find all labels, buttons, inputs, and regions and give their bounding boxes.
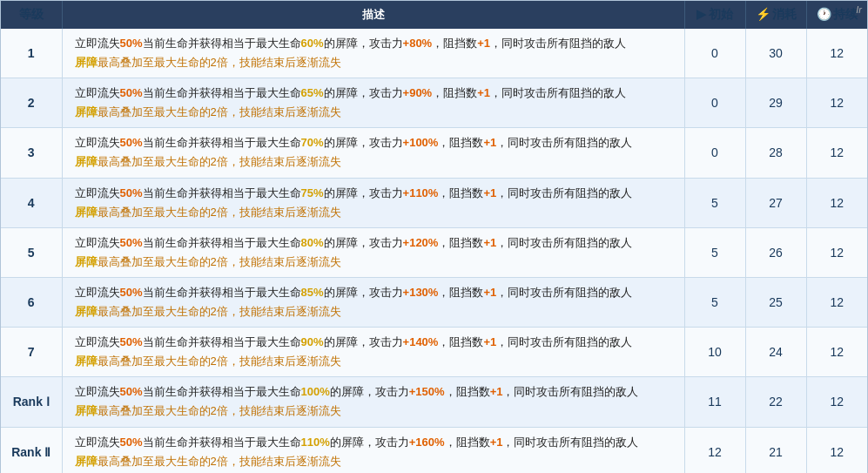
duration-label: 持续 [833,7,858,21]
val-resist: +1 [483,286,496,299]
desc-rest: ，同时攻击所有阻挡的敌人 [496,136,632,149]
pct-shield: 60% [301,37,324,50]
pct-attack: +130% [403,286,439,299]
desc-barrier: 屏障 [75,455,98,468]
desc-cap: 最高叠加至最大生命的2倍，技能结束后逐渐流失 [98,455,341,468]
cell-level: 6 [1,277,62,327]
desc-rest: ，同时攻击所有阻挡的敌人 [502,385,638,398]
desc-mid1: 当前生命并获得相当于最大生命 [143,286,301,299]
val-resist: +1 [477,86,490,99]
desc-barrier: 屏障 [75,355,98,368]
cell-consume: 27 [745,178,806,227]
desc-line2: 屏障最高叠加至最大生命的2倍，技能结束后逐渐流失 [75,402,672,421]
initial-icon: ▶ [696,7,706,21]
cell-consume: 22 [745,377,806,427]
cell-duration: 12 [806,277,867,327]
pct-attack: +160% [409,436,445,449]
val-resist: +1 [477,37,490,50]
val-resist: +1 [483,335,496,348]
cell-initial: 5 [684,227,745,277]
table-row: Rank Ⅱ立即流失50%当前生命并获得相当于最大生命110%的屏障，攻击力+1… [1,427,867,473]
table-row: 5立即流失50%当前生命并获得相当于最大生命80%的屏障，攻击力+120%，阻挡… [1,227,867,277]
desc-cap: 最高叠加至最大生命的2倍，技能结束后逐渐流失 [98,56,341,69]
desc-prefix: 立即流失 [75,335,120,348]
cell-level: 3 [1,128,62,178]
table-row: 7立即流失50%当前生命并获得相当于最大生命90%的屏障，攻击力+140%，阻挡… [1,328,867,377]
pct-attack: +100% [403,136,439,149]
desc-rest: ，同时攻击所有阻挡的敌人 [496,286,632,299]
desc-shield-text: 的屏障 [330,385,364,398]
desc-rest: ，同时攻击所有阻挡的敌人 [496,335,632,348]
pct-attack: +80% [403,37,433,50]
cell-duration: 12 [806,427,867,473]
pct-lose: 50% [120,385,143,398]
desc-prefix: 立即流失 [75,385,120,398]
pct-lose: 50% [120,136,143,149]
desc-resist-label: ，阻挡数 [438,286,483,299]
cell-level: 5 [1,227,62,277]
desc-attack-label: ，攻击力 [358,86,403,99]
col-level-header: 等级 [1,1,62,29]
desc-line1: 立即流失50%当前生命并获得相当于最大生命60%的屏障，攻击力+80%，阻挡数+… [75,37,627,50]
desc-line1: 立即流失50%当前生命并获得相当于最大生命80%的屏障，攻击力+120%，阻挡数… [75,236,633,249]
skill-table: 等级 描述 ▶初始 ⚡消耗 🕐持续 1立即流失50%当前生命并获得相当于最大生命… [1,1,867,473]
cell-duration: 12 [806,78,867,128]
desc-shield-text: 的屏障 [324,86,358,99]
cell-desc: 立即流失50%当前生命并获得相当于最大生命70%的屏障，攻击力+100%，阻挡数… [62,128,684,178]
cell-desc: 立即流失50%当前生命并获得相当于最大生命85%的屏障，攻击力+130%，阻挡数… [62,277,684,327]
desc-mid1: 当前生命并获得相当于最大生命 [143,436,301,449]
pct-shield: 70% [301,136,324,149]
desc-rest: ，同时攻击所有阻挡的敌人 [490,86,626,99]
desc-attack-label: ，攻击力 [358,37,403,50]
cell-consume: 28 [745,128,806,178]
desc-resist-label: ，阻挡数 [438,136,483,149]
desc-mid1: 当前生命并获得相当于最大生命 [143,335,301,348]
desc-cap: 最高叠加至最大生命的2倍，技能结束后逐渐流失 [98,105,341,118]
desc-attack-label: ，攻击力 [358,335,403,348]
desc-mid1: 当前生命并获得相当于最大生命 [143,37,301,50]
desc-cap: 最高叠加至最大生命的2倍，技能结束后逐渐流失 [98,305,341,318]
desc-barrier: 屏障 [75,105,98,118]
pct-lose: 50% [120,186,143,199]
pct-lose: 50% [120,335,143,348]
desc-mid1: 当前生命并获得相当于最大生命 [143,186,301,199]
desc-prefix: 立即流失 [75,136,120,149]
desc-line2: 屏障最高叠加至最大生命的2倍，技能结束后逐渐流失 [75,53,672,72]
desc-prefix: 立即流失 [75,186,120,199]
desc-barrier: 屏障 [75,255,98,268]
desc-shield-text: 的屏障 [324,186,358,199]
desc-resist-label: ，阻挡数 [438,335,483,348]
table-body: 1立即流失50%当前生命并获得相当于最大生命60%的屏障，攻击力+80%，阻挡数… [1,29,867,473]
table-row: 4立即流失50%当前生命并获得相当于最大生命75%的屏障，攻击力+110%，阻挡… [1,178,867,227]
desc-attack-label: ，攻击力 [358,136,403,149]
table-row: 6立即流失50%当前生命并获得相当于最大生命85%的屏障，攻击力+130%，阻挡… [1,277,867,327]
desc-mid1: 当前生命并获得相当于最大生命 [143,136,301,149]
desc-rest: ，同时攻击所有阻挡的敌人 [502,436,638,449]
pct-attack: +120% [403,236,439,249]
desc-barrier: 屏障 [75,56,98,69]
desc-line1: 立即流失50%当前生命并获得相当于最大生命75%的屏障，攻击力+110%，阻挡数… [75,186,633,199]
cell-desc: 立即流失50%当前生命并获得相当于最大生命65%的屏障，攻击力+90%，阻挡数+… [62,78,684,128]
cell-consume: 21 [745,427,806,473]
cell-consume: 29 [745,78,806,128]
cell-desc: 立即流失50%当前生命并获得相当于最大生命75%的屏障，攻击力+110%，阻挡数… [62,178,684,227]
desc-line1: 立即流失50%当前生命并获得相当于最大生命110%的屏障，攻击力+160%，阻挡… [75,436,639,449]
desc-line1: 立即流失50%当前生命并获得相当于最大生命90%的屏障，攻击力+140%，阻挡数… [75,335,633,348]
desc-resist-label: ，阻挡数 [438,186,483,199]
col-consume-header: ⚡消耗 [745,1,806,29]
desc-prefix: 立即流失 [75,37,120,50]
desc-resist-label: ，阻挡数 [438,236,483,249]
duration-icon: 🕐 [817,7,831,21]
desc-resist-label: ，阻挡数 [445,436,490,449]
desc-mid1: 当前生命并获得相当于最大生命 [143,236,301,249]
table-row: Rank Ⅰ立即流失50%当前生命并获得相当于最大生命100%的屏障，攻击力+1… [1,377,867,427]
cell-level: Rank Ⅰ [1,377,62,427]
desc-cap: 最高叠加至最大生命的2倍，技能结束后逐渐流失 [98,206,341,219]
pct-shield: 80% [301,236,324,249]
desc-shield-text: 的屏障 [324,335,358,348]
cell-consume: 25 [745,277,806,327]
corner-badge: Ir [856,4,862,15]
desc-cap: 最高叠加至最大生命的2倍，技能结束后逐渐流失 [98,155,341,168]
cell-desc: 立即流失50%当前生命并获得相当于最大生命60%的屏障，攻击力+80%，阻挡数+… [62,29,684,78]
table-row: 3立即流失50%当前生命并获得相当于最大生命70%的屏障，攻击力+100%，阻挡… [1,128,867,178]
